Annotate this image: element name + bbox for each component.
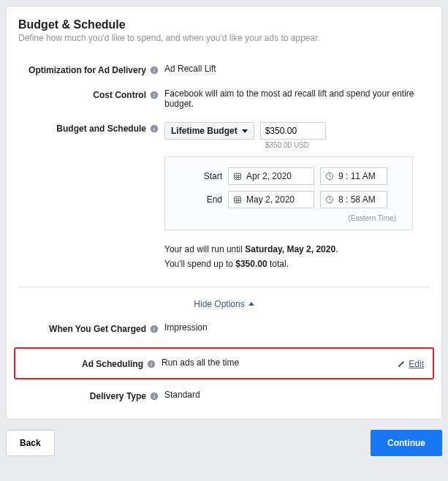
chevron-up-icon [248, 302, 254, 306]
start-label: Start [178, 171, 222, 181]
budget-type-dropdown[interactable]: Lifetime Budget [164, 122, 254, 140]
clock-icon [325, 172, 334, 181]
ad-scheduling-value: Run ads all the time [162, 357, 425, 368]
schedule-box: Start Apr 2, 2020 9 : 11 AM [164, 156, 413, 230]
budget-schedule-card: Budget & Schedule Define how much you'd … [6, 6, 442, 420]
pencil-icon [397, 360, 406, 368]
info-icon[interactable]: i [150, 91, 159, 99]
charged-label: When You Get Charged [49, 324, 146, 334]
cost-control-row: Cost Control i Facebook will aim to the … [18, 88, 430, 109]
calendar-icon [233, 195, 242, 204]
end-time-input[interactable]: 8 : 58 AM [320, 191, 387, 208]
spend-up-to: $350.00 [235, 259, 267, 269]
budget-schedule-label: Budget and Schedule [56, 124, 146, 134]
info-icon[interactable]: i [150, 392, 159, 401]
budget-schedule-row: Budget and Schedule i Lifetime Budget $3… [18, 122, 430, 272]
back-button[interactable]: Back [6, 430, 55, 456]
svg-rect-6 [235, 173, 241, 179]
calendar-icon [233, 172, 242, 181]
delivery-type-label: Delivery Type [90, 391, 146, 401]
chevron-down-icon [242, 129, 248, 133]
charged-row: When You Get Charged i Impression [18, 322, 430, 334]
info-icon[interactable]: i [147, 360, 156, 368]
section-title: Budget & Schedule [18, 18, 430, 31]
cost-control-value: Facebook will aim to the most ad recall … [164, 88, 430, 109]
end-date-input[interactable]: May 2, 2020 [228, 191, 314, 208]
budget-type-label: Lifetime Budget [171, 126, 238, 136]
info-icon[interactable]: i [150, 66, 159, 75]
run-info: Your ad will run until Saturday, May 2, … [164, 242, 430, 272]
delivery-type-row: Delivery Type i Standard [18, 390, 430, 401]
cost-control-label: Cost Control [93, 90, 146, 100]
end-label: End [178, 194, 222, 205]
run-until-date: Saturday, May 2, 2020 [245, 244, 335, 254]
budget-amount-hint: $350.00 USD [265, 141, 430, 149]
hide-options-toggle[interactable]: Hide Options [18, 287, 430, 322]
continue-button[interactable]: Continue [371, 430, 442, 456]
start-date-input[interactable]: Apr 2, 2020 [228, 167, 314, 185]
clock-icon [325, 195, 334, 204]
ad-scheduling-label: Ad Scheduling [82, 359, 143, 369]
ad-scheduling-highlight: Ad Scheduling i Run ads all the time Edi… [14, 347, 434, 379]
ad-scheduling-row: Ad Scheduling i Run ads all the time [15, 357, 425, 369]
edit-ad-scheduling-link[interactable]: Edit [397, 359, 424, 369]
svg-rect-14 [235, 197, 241, 202]
footer-actions: Back Continue [6, 430, 442, 456]
optimization-row: Optimization for Ad Delivery i Ad Recall… [18, 64, 430, 75]
optimization-value: Ad Recall Lift [164, 64, 430, 74]
timezone-label: (Eastern Time) [178, 214, 396, 222]
info-icon[interactable]: i [150, 124, 159, 133]
section-subtitle: Define how much you'd like to spend, and… [18, 33, 430, 43]
charged-value: Impression [164, 322, 430, 333]
optimization-label: Optimization for Ad Delivery [29, 65, 146, 75]
start-time-input[interactable]: 9 : 11 AM [320, 167, 387, 185]
budget-amount-input[interactable] [260, 122, 326, 140]
delivery-type-value: Standard [164, 390, 430, 400]
info-icon[interactable]: i [150, 325, 159, 333]
